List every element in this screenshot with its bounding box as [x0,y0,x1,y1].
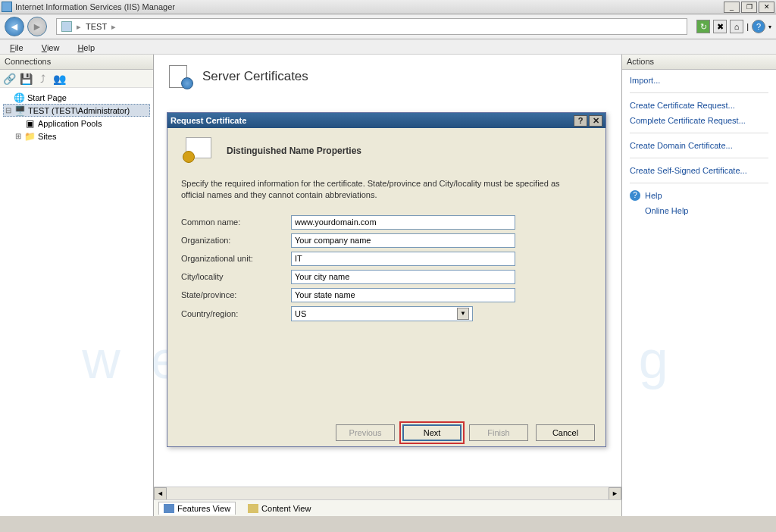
input-common-name[interactable] [291,215,515,230]
label-organizational-unit: Organizational unit: [181,254,291,263]
input-state[interactable] [291,288,515,302]
action-create-domain-cert[interactable]: Create Domain Certificate... [630,139,768,152]
apppool-icon: ▣ [24,117,36,129]
dropdown-icon[interactable]: ▾ [768,23,771,30]
tree-start-page[interactable]: 🌐 Start Page [3,91,150,104]
select-country[interactable]: US ▼ [291,306,473,321]
refresh-button[interactable]: ↻ [696,20,710,33]
stop-button[interactable]: ✖ [713,20,727,33]
help-button[interactable]: ? [752,20,765,33]
action-separator [630,158,768,158]
previous-button: Previous [336,424,395,441]
maximize-button[interactable]: ❐ [741,2,757,13]
globe-icon: 🌐 [14,92,25,103]
dialog-help-button[interactable]: ? [574,115,587,127]
next-button[interactable]: Next [402,424,462,441]
app-icon [2,2,12,12]
connections-tree: 🌐 Start Page ⊟ 🖥️ TEST (TEST\Administrat… [0,88,153,516]
breadcrumb-host[interactable]: TEST [86,22,107,31]
connections-header: Connections [0,55,153,70]
label-state: State/province: [181,290,291,299]
dialog-heading: Distinguished Name Properties [227,146,361,156]
content-icon [248,504,258,513]
address-bar[interactable]: ▸ TEST ▸ [56,18,687,35]
label-organization: Organization: [181,236,291,245]
view-tabs: Features View Content View [154,499,621,516]
tree-server[interactable]: ⊟ 🖥️ TEST (TEST\Administrator) [3,104,150,117]
action-import[interactable]: Import... [630,74,768,86]
tree-app-pools[interactable]: ▣ Application Pools [14,117,150,130]
certificate-icon [181,136,216,166]
action-create-request[interactable]: Create Certificate Request... [630,99,768,111]
label-city: City/locality [181,272,291,281]
request-certificate-dialog: Request Certificate ? ✕ Distinguished Na… [167,112,606,447]
server-icon: 🖥️ [14,105,26,116]
users-icon[interactable]: 👥 [53,73,65,85]
scroll-left-button[interactable]: ◄ [154,487,167,500]
menu-bar: File View Help [0,39,776,55]
action-complete-request[interactable]: Complete Certificate Request... [630,114,768,127]
features-icon [164,504,174,513]
forward-button[interactable]: ► [27,17,47,36]
expand-icon[interactable]: ⊞ [14,132,22,140]
horizontal-scrollbar[interactable]: ◄ ► [154,487,621,499]
dialog-description: Specify the required information for the… [181,178,560,202]
select-country-value: US [295,309,306,318]
window-titlebar: Internet Information Services (IIS) Mana… [0,0,776,14]
up-icon[interactable]: ⤴ [36,73,48,85]
minimize-button[interactable]: _ [724,2,740,13]
tree-item-label: TEST (TEST\Administrator) [28,106,130,115]
input-city[interactable] [291,270,515,284]
tree-item-label: Sites [38,132,56,141]
certificates-icon [167,64,193,89]
label-common-name: Common name: [181,217,291,227]
connect-icon[interactable]: 🔗 [3,73,15,85]
menu-view[interactable]: View [39,42,62,54]
dialog-close-button[interactable]: ✕ [589,115,602,127]
connections-panel: Connections 🔗 💾 ⤴ 👥 🌐 Start Page ⊟ 🖥️ TE… [0,55,154,516]
server-icon [61,21,72,32]
tab-label: Features View [177,504,230,513]
action-create-self-signed[interactable]: Create Self-Signed Certificate... [630,164,768,177]
dialog-titlebar: Request Certificate ? ✕ [167,113,605,128]
breadcrumb-separator: ▸ [77,22,81,32]
finish-button: Finish [469,424,528,441]
action-online-help[interactable]: Online Help [645,205,768,217]
menu-help[interactable]: Help [75,42,97,54]
nav-bar: ◄ ► ▸ TEST ▸ ↻ ✖ ⌂ | ? ▾ [0,14,776,39]
cancel-button[interactable]: Cancel [536,424,595,441]
back-button[interactable]: ◄ [5,17,24,36]
window-title: Internet Information Services (IIS) Mana… [15,2,724,11]
action-separator [630,183,768,183]
dialog-title: Request Certificate [171,116,572,125]
input-organizational-unit[interactable] [291,252,515,266]
tab-features-view[interactable]: Features View [158,502,236,515]
action-separator [630,92,768,93]
tab-label: Content View [261,504,311,513]
connections-toolbar: 🔗 💾 ⤴ 👥 [0,70,153,88]
action-help[interactable]: ? Help [630,189,768,202]
folder-icon: 📁 [24,130,36,142]
action-separator [630,133,768,133]
input-organization[interactable] [291,233,515,248]
actions-header: Actions [622,55,776,70]
dropdown-arrow-icon: ▼ [457,308,469,320]
scroll-right-button[interactable]: ► [609,487,621,500]
nav-separator: | [746,22,749,31]
tree-item-label: Application Pools [38,119,102,128]
help-icon: ? [630,190,640,201]
label-country: Country/region: [181,309,291,318]
menu-file[interactable]: File [8,42,26,54]
action-help-label: Help [645,189,662,202]
collapse-icon[interactable]: ⊟ [4,106,12,114]
tree-sites[interactable]: ⊞ 📁 Sites [14,130,150,142]
actions-panel: Actions Import... Create Certificate Req… [621,55,776,516]
breadcrumb-separator: ▸ [111,22,116,32]
home-button[interactable]: ⌂ [730,20,743,33]
tab-content-view[interactable]: Content View [243,502,315,515]
save-icon[interactable]: 💾 [20,73,32,85]
page-title: Server Certificates [202,69,308,84]
tree-item-label: Start Page [27,93,67,102]
close-button[interactable]: ✕ [759,2,774,13]
